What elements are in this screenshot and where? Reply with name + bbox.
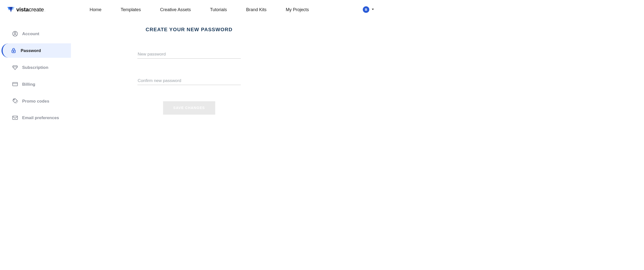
nav-creative-assets[interactable]: Creative Assets: [160, 7, 191, 12]
nav-my-projects[interactable]: My Projects: [286, 7, 309, 12]
nav-brand-kits[interactable]: Brand Kits: [246, 7, 266, 12]
mail-icon: [12, 114, 18, 121]
sidebar-item-label: Account: [22, 31, 39, 36]
logo-text: vistacreate: [16, 6, 44, 13]
sidebar-item-label: Password: [20, 48, 41, 53]
sidebar-item-email-preferences[interactable]: Email preferences: [3, 111, 71, 125]
sidebar-item-label: Email preferences: [22, 116, 59, 120]
chevron-down-icon: [372, 8, 374, 11]
svg-rect-11: [13, 116, 18, 119]
svg-rect-6: [12, 50, 16, 53]
logo[interactable]: vistacreate ™: [8, 6, 46, 13]
sidebar-item-label: Subscription: [22, 65, 48, 70]
lock-icon: [10, 47, 17, 54]
save-changes-button[interactable]: SAVE CHANGES: [163, 101, 215, 115]
nav-templates[interactable]: Templates: [121, 7, 141, 12]
trademark: ™: [44, 11, 46, 12]
svg-point-10: [14, 99, 14, 100]
nav-tutorials[interactable]: Tutorials: [210, 7, 227, 12]
sidebar-item-account[interactable]: Account: [3, 26, 71, 41]
new-password-input[interactable]: [137, 50, 241, 59]
tag-icon: [12, 97, 18, 105]
sidebar-item-billing[interactable]: Billing: [3, 77, 71, 91]
confirm-password-field-wrapper: [137, 76, 241, 85]
svg-marker-2: [9, 7, 13, 12]
sidebar-item-promo-codes[interactable]: Promo codes: [3, 94, 71, 108]
sidebar-item-subscription[interactable]: Subscription: [3, 60, 71, 75]
logo-mark-icon: [8, 6, 15, 13]
user-icon: [12, 30, 18, 37]
confirm-password-input[interactable]: [137, 76, 241, 85]
password-form: SAVE CHANGES: [137, 50, 241, 115]
main-nav: Home Templates Creative Assets Tutorials…: [90, 7, 363, 12]
content: Account Password Subscription: [0, 25, 383, 125]
svg-rect-8: [13, 83, 18, 86]
svg-marker-3: [372, 9, 374, 10]
page-title: CREATE YOUR NEW PASSWORD: [146, 26, 232, 32]
sidebar-item-label: Promo codes: [22, 99, 49, 104]
user-menu[interactable]: B: [363, 6, 374, 13]
avatar: B: [363, 6, 369, 13]
svg-point-5: [14, 32, 16, 34]
svg-point-7: [13, 51, 14, 52]
sidebar-item-label: Billing: [22, 82, 35, 87]
nav-home[interactable]: Home: [90, 7, 102, 12]
new-password-field-wrapper: [137, 50, 241, 59]
card-icon: [12, 81, 18, 88]
sidebar-item-password[interactable]: Password: [2, 43, 71, 58]
diamond-icon: [12, 64, 18, 71]
header: vistacreate ™ Home Templates Creative As…: [0, 0, 383, 19]
main: CREATE YOUR NEW PASSWORD SAVE CHANGES: [71, 25, 307, 125]
sidebar: Account Password Subscription: [0, 25, 71, 125]
